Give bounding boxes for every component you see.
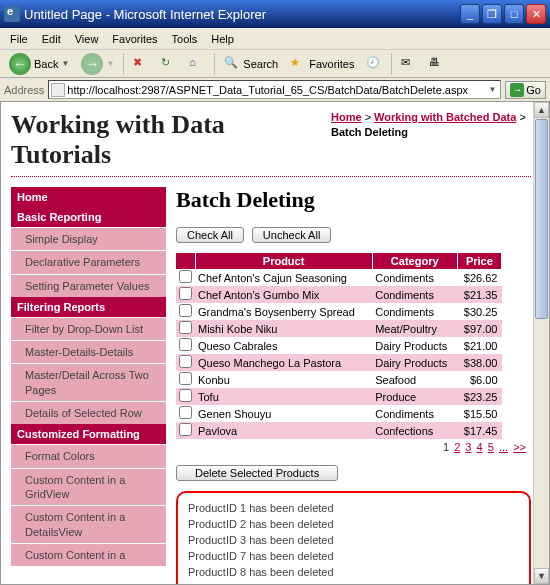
menu-file[interactable]: File bbox=[4, 31, 34, 47]
cell-category: Condiments bbox=[372, 405, 457, 422]
nav-item[interactable]: Custom Content in a GridView bbox=[11, 468, 166, 506]
crumb-home[interactable]: Home bbox=[331, 111, 362, 123]
maximize-button[interactable]: □ bbox=[504, 4, 524, 24]
scroll-thumb[interactable] bbox=[535, 119, 548, 319]
pager-link[interactable]: 5 bbox=[488, 441, 494, 453]
menu-bar: File Edit View Favorites Tools Help bbox=[0, 28, 550, 50]
home-icon: ⌂ bbox=[189, 56, 205, 72]
row-checkbox[interactable] bbox=[179, 355, 192, 368]
row-checkbox[interactable] bbox=[179, 321, 192, 334]
chevron-down-icon: ▼ bbox=[106, 59, 114, 68]
table-row: TofuProduce$23.25 bbox=[176, 388, 502, 405]
nav-item[interactable]: Simple Display bbox=[11, 227, 166, 250]
mail-button[interactable]: ✉ bbox=[396, 53, 422, 75]
cell-product: Grandma's Boysenberry Spread bbox=[195, 303, 372, 320]
cell-price: $6.00 bbox=[457, 371, 501, 388]
search-icon: 🔍 bbox=[224, 56, 240, 72]
restore-button[interactable]: ❐ bbox=[482, 4, 502, 24]
print-button[interactable]: 🖶 bbox=[424, 53, 450, 75]
cell-product: Pavlova bbox=[195, 422, 372, 439]
chevron-down-icon: ▼ bbox=[61, 59, 69, 68]
cell-price: $21.00 bbox=[457, 337, 501, 354]
nav-item[interactable]: Master/Detail Across Two Pages bbox=[11, 363, 166, 401]
row-checkbox[interactable] bbox=[179, 423, 192, 436]
table-row: Mishi Kobe NikuMeat/Poultry$97.00 bbox=[176, 320, 502, 337]
refresh-button[interactable]: ↻ bbox=[156, 53, 182, 75]
cell-product: Queso Manchego La Pastora bbox=[195, 354, 372, 371]
cell-price: $38.00 bbox=[457, 354, 501, 371]
menu-help[interactable]: Help bbox=[205, 31, 240, 47]
back-button[interactable]: ← Back ▼ bbox=[4, 50, 74, 78]
go-icon: → bbox=[510, 83, 524, 97]
nav-section-head[interactable]: Customized Formatting bbox=[11, 424, 166, 444]
table-row: Chef Anton's Gumbo MixCondiments$21.35 bbox=[176, 286, 502, 303]
pager-current: 1 bbox=[443, 441, 449, 453]
menu-edit[interactable]: Edit bbox=[36, 31, 67, 47]
cell-category: Produce bbox=[372, 388, 457, 405]
sidebar: HomeBasic ReportingSimple DisplayDeclara… bbox=[11, 187, 166, 585]
row-checkbox[interactable] bbox=[179, 372, 192, 385]
table-row: Queso CabralesDairy Products$21.00 bbox=[176, 337, 502, 354]
chevron-down-icon[interactable]: ▼ bbox=[486, 85, 498, 94]
table-row: PavlovaConfections$17.45 bbox=[176, 422, 502, 439]
nav-item[interactable]: Custom Content in a bbox=[11, 543, 166, 566]
row-checkbox[interactable] bbox=[179, 304, 192, 317]
divider bbox=[11, 176, 531, 177]
col-price: Price bbox=[457, 253, 501, 269]
address-label: Address bbox=[4, 84, 44, 96]
menu-tools[interactable]: Tools bbox=[166, 31, 204, 47]
crumb-section[interactable]: Working with Batched Data bbox=[374, 111, 516, 123]
scroll-down-button[interactable]: ▼ bbox=[534, 568, 549, 584]
address-input[interactable] bbox=[67, 82, 486, 97]
address-input-wrap[interactable]: ▼ bbox=[48, 80, 501, 99]
menu-favorites[interactable]: Favorites bbox=[106, 31, 163, 47]
close-button[interactable]: ✕ bbox=[526, 4, 546, 24]
scroll-up-button[interactable]: ▲ bbox=[534, 102, 549, 118]
vertical-scrollbar[interactable]: ▲ ▼ bbox=[533, 102, 549, 584]
pager-next[interactable]: >> bbox=[513, 441, 526, 453]
pager-link[interactable]: 2 bbox=[454, 441, 460, 453]
stop-icon: ✖ bbox=[133, 56, 149, 72]
nav-item[interactable]: Format Colors bbox=[11, 444, 166, 467]
table-row: Chef Anton's Cajun SeasoningCondiments$2… bbox=[176, 269, 502, 286]
search-button[interactable]: 🔍Search bbox=[219, 53, 283, 75]
check-all-button[interactable]: Check All bbox=[176, 227, 244, 243]
row-checkbox[interactable] bbox=[179, 406, 192, 419]
row-checkbox[interactable] bbox=[179, 270, 192, 283]
nav-item[interactable]: Details of Selected Row bbox=[11, 401, 166, 424]
nav-section-head[interactable]: Basic Reporting bbox=[11, 207, 166, 227]
table-row: KonbuSeafood$6.00 bbox=[176, 371, 502, 388]
row-checkbox[interactable] bbox=[179, 389, 192, 402]
cell-category: Condiments bbox=[372, 303, 457, 320]
home-button[interactable]: ⌂ bbox=[184, 53, 210, 75]
stop-button[interactable]: ✖ bbox=[128, 53, 154, 75]
nav-section-head[interactable]: Home bbox=[11, 187, 166, 207]
delete-selected-button[interactable]: Delete Selected Products bbox=[176, 465, 338, 481]
nav-item[interactable]: Declarative Parameters bbox=[11, 250, 166, 273]
table-row: Genen ShouyuCondiments$15.50 bbox=[176, 405, 502, 422]
menu-view[interactable]: View bbox=[69, 31, 105, 47]
cell-product: Tofu bbox=[195, 388, 372, 405]
nav-section-head[interactable]: Filtering Reports bbox=[11, 297, 166, 317]
cell-category: Condiments bbox=[372, 269, 457, 286]
pager-link[interactable]: 3 bbox=[465, 441, 471, 453]
pager-link[interactable]: 4 bbox=[477, 441, 483, 453]
favorites-button[interactable]: ★Favorites bbox=[285, 53, 359, 75]
row-checkbox[interactable] bbox=[179, 338, 192, 351]
row-checkbox[interactable] bbox=[179, 287, 192, 300]
result-line: ProductID 10 has been deleted bbox=[188, 581, 519, 585]
nav-item[interactable]: Setting Parameter Values bbox=[11, 274, 166, 297]
pager-ellipsis[interactable]: ... bbox=[499, 441, 508, 453]
nav-item[interactable]: Master-Details-Details bbox=[11, 340, 166, 363]
uncheck-all-button[interactable]: Uncheck All bbox=[252, 227, 331, 243]
forward-button[interactable]: → ▼ bbox=[76, 50, 119, 78]
nav-item[interactable]: Custom Content in a DetailsView bbox=[11, 505, 166, 543]
col-category: Category bbox=[372, 253, 457, 269]
go-button[interactable]: → Go bbox=[505, 81, 546, 99]
minimize-button[interactable]: _ bbox=[460, 4, 480, 24]
history-button[interactable]: 🕗 bbox=[361, 53, 387, 75]
cell-price: $23.25 bbox=[457, 388, 501, 405]
site-title: Working with Data Tutorials bbox=[11, 110, 319, 170]
cell-category: Condiments bbox=[372, 286, 457, 303]
nav-item[interactable]: Filter by Drop-Down List bbox=[11, 317, 166, 340]
